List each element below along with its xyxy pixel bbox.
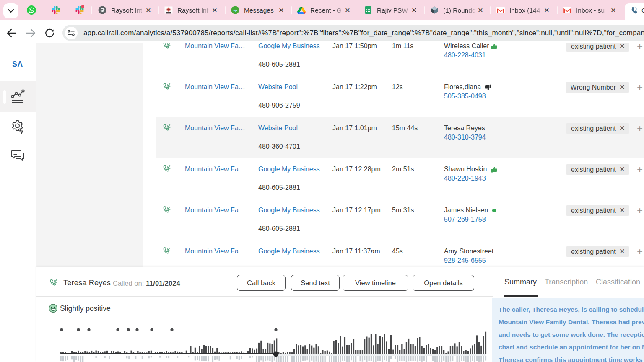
svg-text:up: up [233,8,237,12]
